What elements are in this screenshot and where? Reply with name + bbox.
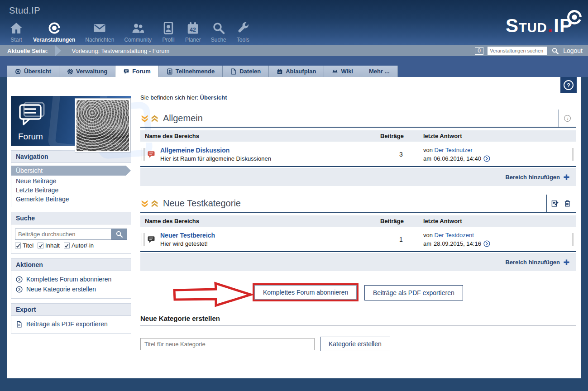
nav-item-tools[interactable]: Tools xyxy=(231,21,255,43)
course-tabs: Übersicht Verwaltung Forum Teilnehmende … xyxy=(7,66,398,77)
nav-item-planer[interactable]: 42 Planer xyxy=(180,21,206,43)
tab-label: Teilnehmende xyxy=(176,68,215,75)
drag-handle-icon[interactable] xyxy=(571,233,574,246)
sidebar-item-uebersicht[interactable]: Übersicht xyxy=(11,166,131,176)
checkbox-titel[interactable] xyxy=(15,243,21,248)
sidebar-item-neue-beitraege[interactable]: Neue Beiträge xyxy=(11,176,131,186)
new-category-section: Neue Kategorie erstellen Kategorie erste… xyxy=(140,315,576,351)
tab-wiki[interactable]: Wiki xyxy=(324,66,361,77)
forum-search-button[interactable] xyxy=(111,229,127,240)
plus-icon xyxy=(563,174,570,181)
date-line: am 06.06.2016, 14:40 xyxy=(423,154,569,163)
checkbox-autor[interactable] xyxy=(64,243,70,248)
check-icon xyxy=(38,243,43,248)
nav-item-nachrichten[interactable]: Nachrichten xyxy=(80,21,119,43)
forum-table-header: Name des Bereichs Beiträge letzte Antwor… xyxy=(140,215,576,228)
goto-post-icon[interactable] xyxy=(483,240,490,247)
actions-list: Komplettes Forum abonnieren Neue Kategor… xyxy=(11,271,131,298)
posts-count: 1 xyxy=(380,236,423,243)
area-link[interactable]: Allgemeine Diskussion xyxy=(160,147,271,154)
action-new-category[interactable]: Neue Kategorie erstellen xyxy=(11,284,131,294)
search-row xyxy=(15,229,127,240)
sidebar-item-gemerkte-beitraege[interactable]: Gemerkte Beiträge xyxy=(11,195,131,204)
create-category-button[interactable]: Kategorie erstellen xyxy=(320,337,390,351)
logout-link[interactable]: Logout xyxy=(563,47,583,54)
calendar-icon: 42 xyxy=(186,21,200,35)
drag-handle-icon[interactable] xyxy=(571,148,574,161)
search-box-title: Suche xyxy=(11,212,131,224)
info-icon[interactable]: i xyxy=(564,114,571,122)
edit-icon[interactable] xyxy=(551,200,559,207)
seminar-spiral-icon xyxy=(48,21,61,35)
nav-item-veranstaltungen[interactable]: Veranstaltungen xyxy=(28,21,80,43)
double-chevron-up-icon[interactable] xyxy=(150,114,159,123)
course-search-input[interactable] xyxy=(488,47,547,55)
profile-icon xyxy=(162,21,175,35)
column-posts: Beiträge xyxy=(380,218,423,224)
double-chevron-down-icon[interactable] xyxy=(140,199,149,208)
nav-item-start[interactable]: Start xyxy=(5,21,28,43)
trash-icon[interactable] xyxy=(564,200,571,207)
top-header: Stud.IP Start Veranstaltungen Nachrichte… xyxy=(0,0,588,45)
category-tools xyxy=(546,195,576,212)
breadcrumb-arrow-icon xyxy=(55,45,61,56)
double-chevron-down-icon[interactable] xyxy=(140,114,149,123)
studip-forum-page: Stud.IP Start Veranstaltungen Nachrichte… xyxy=(0,0,588,391)
category-header-allgemein: Allgemein i xyxy=(140,110,576,128)
circled-arrow-icon xyxy=(16,286,23,293)
subscribe-forum-button[interactable]: Komplettes Forum abonnieren xyxy=(254,285,357,300)
tab-verwaltung[interactable]: Verwaltung xyxy=(59,66,115,77)
export-box-title: Export xyxy=(11,304,131,316)
author-link[interactable]: Der Testdozent xyxy=(435,232,474,238)
goto-post-icon[interactable] xyxy=(483,155,490,162)
search-box: Suche Titel Inhalt Autor/-in xyxy=(11,212,131,254)
breadcrumb-here: Sie befinden sich hier: Übersicht xyxy=(140,94,576,101)
date-label: am xyxy=(423,154,431,163)
last-answer-date: 28.09.2015, 14:16 xyxy=(434,239,481,248)
breadcrumb-label: Aktuelle Seite: xyxy=(7,48,48,54)
area-texts: Allgemeine Diskussion Hier ist Raum für … xyxy=(160,147,271,162)
tab-teilnehmende[interactable]: Teilnehmende xyxy=(159,66,223,77)
tab-dateien[interactable]: Dateien xyxy=(223,66,269,77)
checkbox-label: Titel xyxy=(23,242,33,249)
new-category-title-input[interactable] xyxy=(140,338,315,350)
new-category-form: Kategorie erstellen xyxy=(140,337,576,351)
nav-item-suche[interactable]: Suche xyxy=(206,21,231,43)
drag-handle-icon[interactable] xyxy=(142,233,145,246)
pdf-file-icon xyxy=(16,321,23,328)
forum-banner: Forum xyxy=(11,96,131,146)
drag-handle-icon[interactable] xyxy=(142,148,145,161)
annotation-arrow-icon xyxy=(172,281,253,308)
nav-item-profil[interactable]: Profil xyxy=(157,21,180,43)
tab-label: Verwaltung xyxy=(76,68,107,75)
breadcrumb-bar: Aktuelle Seite: Vorlesung: Testveranstal… xyxy=(0,45,588,56)
course-photo xyxy=(75,99,130,152)
last-answer-cell: von Der Testdozent am 28.09.2015, 14:16 xyxy=(423,231,569,248)
export-pdf-button[interactable]: Beiträge als PDF exportieren xyxy=(364,285,463,300)
checkbox-inhalt[interactable] xyxy=(38,243,43,248)
action-export-pdf[interactable]: Beiträge als PDF exportieren xyxy=(11,319,131,329)
tab-forum[interactable]: Forum xyxy=(115,66,158,77)
nav-label: Veranstaltungen xyxy=(33,37,75,43)
forum-search-input[interactable] xyxy=(15,229,111,240)
area-cell: Neuer Testbereich Hier wird getestet! xyxy=(147,232,380,247)
forum-bubble-icon xyxy=(123,68,129,75)
author-link[interactable]: Der Testnutzer xyxy=(435,147,473,153)
tab-ablaufplan[interactable]: 42 Ablaufplan xyxy=(269,66,324,77)
here-link-uebersicht[interactable]: Übersicht xyxy=(200,94,227,101)
tab-label: Wiki xyxy=(341,68,353,75)
action-subscribe-forum[interactable]: Komplettes Forum abonnieren xyxy=(11,274,131,284)
nav-item-community[interactable]: Community xyxy=(119,21,157,43)
notification-counter[interactable]: 0 xyxy=(475,47,483,55)
search-submit-icon[interactable] xyxy=(551,47,559,55)
svg-text:42: 42 xyxy=(278,71,282,73)
add-area-footer[interactable]: Bereich hinzufügen xyxy=(140,168,576,186)
tab-mehr[interactable]: Mehr ... xyxy=(361,66,398,77)
double-chevron-up-icon[interactable] xyxy=(150,199,159,208)
tab-uebersicht[interactable]: Übersicht xyxy=(7,66,59,77)
breadcrumb-controls: 0 Logout xyxy=(475,47,583,55)
add-area-footer[interactable]: Bereich hinzufügen xyxy=(140,253,576,271)
area-link[interactable]: Neuer Testbereich xyxy=(160,232,215,239)
sidebar-item-letzte-beitraege[interactable]: Letzte Beiträge xyxy=(11,186,131,195)
logo-spiral-icon xyxy=(566,9,583,25)
